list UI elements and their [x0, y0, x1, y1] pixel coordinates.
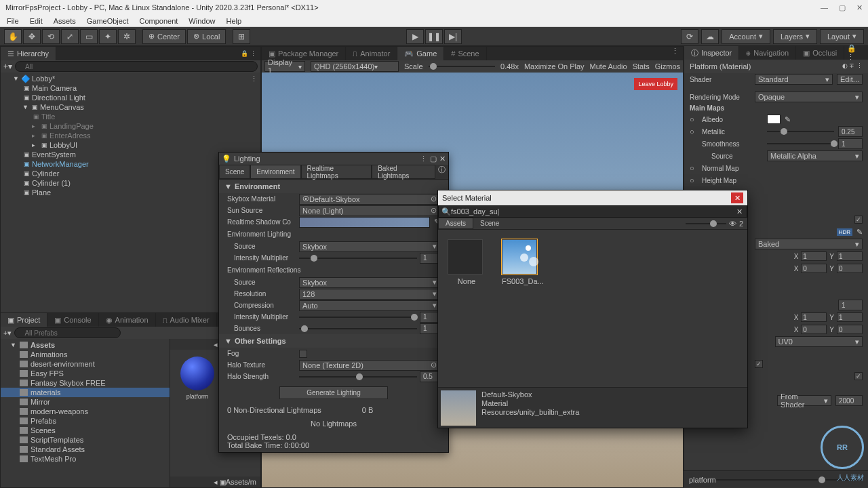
pause-button[interactable]: ❚❚	[425, 29, 443, 44]
tab-animator[interactable]: ⎍ Animator	[346, 47, 397, 60]
close-button[interactable]: ✕	[856, 3, 863, 12]
leave-lobby-button[interactable]: Leave Lobby	[634, 78, 677, 90]
hierarchy-search[interactable]	[15, 61, 258, 72]
project-create[interactable]: +▾	[3, 329, 12, 338]
sm-tab-assets[interactable]: Assets	[438, 218, 473, 229]
eye-icon[interactable]: 👁	[729, 220, 736, 228]
smoothness-slider[interactable]	[767, 143, 834, 144]
audiomixer-tab[interactable]: ⎍ Audio Mixer	[156, 313, 217, 327]
local-toggle[interactable]: ⊗Local	[187, 29, 226, 44]
ltab-realtime[interactable]: Realtime Lightmaps	[301, 165, 372, 179]
display-dropdown[interactable]: Display 1 ▾	[264, 61, 305, 72]
inspector-tab[interactable]: ⓘ Inspector	[684, 46, 739, 60]
clear-search[interactable]: ✕	[736, 207, 743, 216]
tab-game[interactable]: 🎮 Game	[397, 47, 444, 60]
tree-scenes[interactable]: Scenes	[1, 426, 170, 435]
navigation-tab[interactable]: ⎈ Navigation	[739, 46, 796, 60]
offset-x[interactable]	[801, 264, 827, 273]
scale-tool[interactable]: ⤢	[61, 29, 79, 44]
generate-lighting-button[interactable]: Generate Lighting	[279, 386, 388, 399]
baked-drop[interactable]: Baked▾	[755, 239, 863, 249]
ltab-scene[interactable]: Scene	[219, 165, 250, 179]
menu-gameobject[interactable]: GameObject	[83, 17, 133, 25]
layers-dropdown[interactable]: Layers▾	[773, 29, 817, 44]
halo-tex[interactable]: None (Texture 2D)⊙	[299, 360, 440, 371]
tree-mirror[interactable]: Mirror	[1, 397, 170, 407]
minimize-button[interactable]: —	[821, 3, 828, 12]
move-tool[interactable]: ✥	[23, 29, 41, 44]
tree-materials[interactable]: materials	[1, 388, 170, 397]
metallic-slider[interactable]	[767, 131, 834, 132]
rect-tool[interactable]: ▭	[80, 29, 98, 44]
bounces-slider[interactable]	[299, 328, 417, 329]
animation-tab[interactable]: ◉ Animation	[99, 313, 156, 327]
scale-slider[interactable]	[429, 66, 496, 67]
hier-lobbyui[interactable]: ▸▣LobbyUI	[1, 140, 260, 150]
uv-drop[interactable]: UV0▾	[775, 336, 863, 347]
envlight-source[interactable]: Skybox▾	[299, 241, 440, 252]
hand-tool[interactable]: ✋	[4, 29, 22, 44]
shadow-color[interactable]	[299, 217, 430, 228]
hier-menucanvas[interactable]: ▼▣MenuCanvas	[1, 102, 260, 112]
menu-file[interactable]: File	[3, 17, 23, 25]
tiling-y[interactable]	[837, 251, 863, 261]
maximize-button[interactable]: ▢	[839, 3, 846, 12]
create-button[interactable]: +▾	[3, 62, 12, 71]
source-dropdown[interactable]: Metallic Alpha▾	[767, 150, 863, 161]
cloud-button[interactable]: ☁	[701, 29, 719, 44]
env-section[interactable]: ▼Environment	[219, 180, 448, 193]
snap-toggle[interactable]: ⊞	[233, 29, 250, 44]
material-none[interactable]: None	[448, 239, 486, 285]
scene-root[interactable]: ▼🔷 Lobby*⋮	[1, 74, 260, 83]
hier-title[interactable]: ▣Title	[1, 112, 260, 121]
transform-tool[interactable]: ✦	[99, 29, 117, 44]
custom-tool[interactable]: ✲	[118, 29, 136, 44]
tree-animations[interactable]: Animations	[1, 350, 170, 359]
hierarchy-tab[interactable]: ☰ Hierarchy	[1, 47, 56, 60]
fog-checkbox[interactable]	[299, 350, 307, 358]
sun-field[interactable]: None (Light)⊙	[299, 205, 440, 216]
project-tab[interactable]: ▣ Project	[1, 313, 47, 327]
menu-window[interactable]: Window	[184, 17, 219, 25]
asset-platform[interactable]: platform	[177, 357, 218, 400]
ltab-environment[interactable]: Environment	[250, 165, 300, 179]
rendermode-dropdown[interactable]: Opaque▾	[755, 92, 863, 102]
collab-button[interactable]: ⟳	[681, 29, 698, 44]
tiling-x[interactable]	[801, 251, 827, 261]
menu-component[interactable]: Component	[135, 17, 182, 25]
tree-skybox[interactable]: Fantasy Skybox FREE	[1, 378, 170, 388]
tree-prefabs[interactable]: Prefabs	[1, 416, 170, 426]
stats-toggle[interactable]: Stats	[633, 62, 650, 70]
other-section[interactable]: ▼Other Settings	[219, 334, 448, 348]
layout-dropdown[interactable]: Layout▾	[820, 29, 864, 44]
resolution-dropdown[interactable]: QHD (2560x1440) ▾	[311, 61, 399, 72]
menu-help[interactable]: Help	[222, 17, 245, 25]
envlight-intensity[interactable]	[299, 258, 417, 259]
halo-slider[interactable]	[299, 376, 417, 378]
tree-stdassets[interactable]: Standard Assets	[1, 445, 170, 454]
tree-easyfps[interactable]: Easy FPS	[1, 369, 170, 378]
picker-icon[interactable]: ✎	[785, 115, 791, 124]
zoom-slider[interactable]	[686, 223, 726, 224]
select-material-titlebar[interactable]: Select Material ✕	[438, 190, 747, 205]
skybox-field[interactable]: ⦿ Default-Skybox⊙	[299, 194, 440, 205]
menu-assets[interactable]: Assets	[50, 17, 80, 25]
offset-y[interactable]	[837, 264, 863, 273]
hier-directional-light[interactable]: ▣Directional Light	[1, 93, 260, 102]
sm-tab-scene[interactable]: Scene	[473, 218, 506, 229]
project-search[interactable]	[14, 327, 121, 338]
tree-tmp[interactable]: TextMesh Pro	[1, 454, 170, 464]
gizmos-toggle[interactable]: Gizmos	[655, 62, 680, 70]
tree-scripttpl[interactable]: ScriptTemplates	[1, 435, 170, 445]
checkbox-1[interactable]: ✓	[854, 216, 863, 224]
tab-scene[interactable]: # Scene	[444, 47, 486, 60]
play-button[interactable]: ▶	[406, 29, 424, 44]
lighting-titlebar[interactable]: 💡 Lighting ⋮▢✕	[219, 152, 448, 165]
albedo-color[interactable]	[767, 115, 781, 124]
tree-desert[interactable]: desert-environment	[1, 359, 170, 369]
hier-enteradress[interactable]: ▸▣EnterAdress	[1, 131, 260, 140]
hier-main-camera[interactable]: ▣Main Camera	[1, 83, 260, 93]
rotate-tool[interactable]: ⟲	[42, 29, 60, 44]
refl-source[interactable]: Skybox▾	[299, 277, 440, 288]
pivot-toggle[interactable]: ⊕Center	[142, 29, 186, 44]
